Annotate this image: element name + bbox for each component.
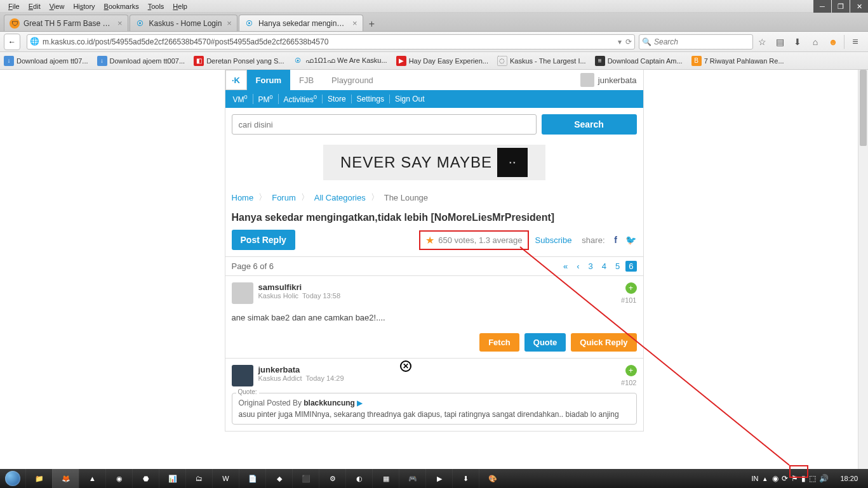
subnav-signout[interactable]: Sign Out: [389, 95, 430, 103]
download-icon[interactable]: ⬇: [791, 35, 805, 49]
tab-2-active[interactable]: ⦿ Hanya sekedar mengingat... ×: [239, 15, 363, 31]
new-tab-button[interactable]: +: [364, 17, 380, 31]
page-prev[interactable]: ‹: [573, 261, 582, 272]
page-first[interactable]: «: [560, 261, 571, 272]
task-explorer[interactable]: 📁: [25, 469, 52, 488]
avatar[interactable]: [232, 365, 253, 386]
bookmark-star-icon[interactable]: ☆: [755, 35, 769, 49]
window-restore-button[interactable]: ❐: [832, 0, 850, 13]
menu-tools[interactable]: Tools: [144, 3, 169, 10]
bookmark-2[interactable]: ◧Deretan Ponsel yang S...: [194, 56, 284, 66]
url-bar[interactable]: 🌐 ▾ ⟳: [27, 34, 635, 49]
quote-button[interactable]: Quote: [524, 333, 566, 352]
fetch-button[interactable]: Fetch: [479, 333, 519, 352]
tab-1[interactable]: ⦿ Kaskus - Home Login ×: [130, 15, 237, 31]
bookmark-5[interactable]: ◌Kaskus - The Largest I...: [497, 56, 586, 66]
page-4[interactable]: 4: [599, 261, 610, 272]
post-number[interactable]: #101: [621, 296, 636, 304]
kaskus-logo[interactable]: ·K: [225, 70, 247, 90]
nav-playground[interactable]: Playground: [323, 70, 382, 90]
task-app[interactable]: ⚙: [319, 469, 345, 488]
search-input[interactable]: [654, 37, 750, 46]
task-app[interactable]: ⬣: [132, 469, 159, 488]
task-foxit[interactable]: 📄: [239, 469, 265, 488]
close-icon[interactable]: ×: [117, 18, 123, 28]
network-icon[interactable]: ▮: [801, 474, 806, 483]
menu-view[interactable]: View: [45, 3, 69, 10]
tray-expand-icon[interactable]: ▴: [763, 475, 767, 483]
subnav-activities[interactable]: Activities0: [278, 94, 322, 104]
menu-edit[interactable]: Edit: [24, 3, 45, 10]
search-bar[interactable]: 🔍: [639, 34, 753, 49]
task-app[interactable]: 🎮: [399, 469, 425, 488]
reading-list-icon[interactable]: ▤: [773, 35, 787, 49]
task-word[interactable]: W: [212, 469, 239, 488]
bookmark-3[interactable]: ⦿ഫ1Ω1ഫ We Are Kasku...: [293, 56, 387, 66]
avatar[interactable]: [232, 282, 253, 304]
subscribe-link[interactable]: Subscribe: [535, 235, 572, 245]
task-app[interactable]: ◐: [345, 469, 372, 488]
volume-icon[interactable]: 🔊: [819, 474, 829, 483]
subnav-vm[interactable]: VM0: [228, 94, 253, 104]
post-reply-button[interactable]: Post Reply: [232, 230, 295, 250]
bookmark-0[interactable]: ↓Download ajoem tt07...: [4, 56, 88, 66]
page-5[interactable]: 5: [612, 261, 623, 272]
task-app[interactable]: ◉: [105, 469, 132, 488]
menu-bookmarks[interactable]: Bookmarks: [100, 3, 144, 10]
back-button[interactable]: ←: [4, 34, 20, 50]
tab-0[interactable]: 🛡 Great TH 5 Farm Base base ... ×: [4, 15, 128, 31]
add-reputation-icon[interactable]: +: [625, 282, 637, 294]
page-3[interactable]: 3: [585, 261, 596, 272]
bookmark-1[interactable]: ↓Download ajoem tt007...: [97, 56, 185, 66]
search-button[interactable]: Search: [542, 114, 637, 135]
menu-file[interactable]: File: [4, 3, 24, 10]
twitter-icon[interactable]: 🐦: [625, 234, 637, 246]
bc-all[interactable]: All Categories: [314, 193, 366, 202]
nav-fjb[interactable]: FJB: [290, 70, 323, 90]
subnav-pm[interactable]: PM0: [253, 94, 278, 104]
play-icon[interactable]: ▶: [357, 399, 363, 407]
bookmark-7[interactable]: B7 Riwayat Pahlawan Re...: [691, 56, 784, 66]
bookmark-6[interactable]: ≡Download Captain Am...: [595, 56, 683, 66]
quick-reply-button[interactable]: Quick Reply: [571, 333, 636, 352]
language-indicator[interactable]: IN: [751, 475, 758, 482]
reload-icon[interactable]: ⟳: [625, 37, 632, 46]
task-firefox[interactable]: 🦊: [52, 469, 79, 488]
task-app[interactable]: ⬛: [292, 469, 319, 488]
viewport-scrollbar[interactable]: [858, 70, 868, 469]
subnav-settings[interactable]: Settings: [351, 95, 389, 103]
bc-forum[interactable]: Forum: [272, 193, 296, 202]
post-username[interactable]: junkerbata: [258, 365, 344, 374]
search-input[interactable]: [232, 114, 537, 135]
facebook-icon[interactable]: f: [610, 234, 622, 246]
nav-forum[interactable]: Forum: [247, 70, 290, 90]
task-idm[interactable]: ⬇: [452, 469, 479, 488]
task-mediaplayer[interactable]: ▶: [425, 469, 452, 488]
taskbar-clock[interactable]: 18:20: [834, 475, 864, 482]
url-input[interactable]: [43, 37, 618, 46]
task-app[interactable]: ▦: [372, 469, 399, 488]
scrollbar-thumb[interactable]: [860, 70, 867, 146]
close-icon[interactable]: ×: [352, 18, 357, 28]
task-app[interactable]: ◆: [265, 469, 292, 488]
start-button[interactable]: [0, 469, 25, 488]
menu-history[interactable]: History: [69, 3, 99, 10]
post-username[interactable]: samsulfikri: [258, 282, 341, 292]
window-minimize-button[interactable]: ─: [813, 0, 831, 13]
task-app[interactable]: 📊: [159, 469, 185, 488]
task-app[interactable]: ▲: [79, 469, 105, 488]
tray-icon[interactable]: ⬚: [809, 474, 816, 483]
task-app[interactable]: 🗂: [185, 469, 212, 488]
subnav-store[interactable]: Store: [322, 95, 351, 103]
ad-banner[interactable]: NEVER SAY MAYBE ⋆⋆: [323, 145, 545, 180]
menu-icon[interactable]: ≡: [848, 35, 862, 49]
home-icon[interactable]: ⌂: [808, 35, 822, 49]
dropdown-icon[interactable]: ▾: [618, 37, 622, 46]
tray-icon[interactable]: ◉: [772, 474, 778, 483]
bookmark-4[interactable]: ▶Hay Day Easy Experien...: [396, 56, 488, 66]
add-reputation-icon[interactable]: +: [625, 365, 637, 376]
menu-help[interactable]: Help: [168, 3, 192, 10]
bc-home[interactable]: Home: [232, 193, 254, 202]
window-close-button[interactable]: ✕: [850, 0, 868, 13]
ad-close-icon[interactable]: ✕: [400, 360, 411, 372]
